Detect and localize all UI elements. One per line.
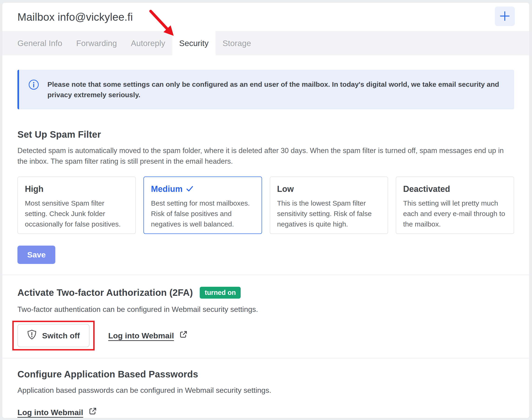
banner-text: Please note that some settings can only … [47,79,503,100]
spam-option-high[interactable]: High Most sensitive Spam filter setting.… [17,177,136,234]
two-factor-description: Two-factor authentication can be configu… [17,305,514,314]
tab-general-info[interactable]: General Info [11,31,69,55]
webmail-link-label: Log into Webmail [108,331,174,340]
spam-option-medium[interactable]: Medium Best setting for most mailboxes. … [144,177,262,234]
two-factor-heading: Activate Two-factor Authorization (2FA) [17,287,193,298]
external-link-icon [179,330,187,341]
external-link-icon [88,407,97,418]
tab-security[interactable]: Security [172,31,216,55]
spam-option-description: This is the lowest Spam filter sensitivi… [277,198,381,229]
app-passwords-description: Application based passwords can be confi… [17,386,514,395]
spam-option-title: Deactivated [403,184,507,194]
app-passwords-section: Configure Application Based Passwords Ap… [2,358,529,418]
tabbar: General Info Forwarding Autoreply Securi… [2,31,529,55]
app-passwords-heading: Configure Application Based Passwords [17,369,514,379]
save-button[interactable]: Save [17,246,55,264]
tab-autoreply[interactable]: Autoreply [124,31,172,55]
info-icon [28,79,39,91]
add-button[interactable] [495,6,515,26]
spam-filter-description: Detected spam is automatically moved to … [17,145,514,167]
tab-forwarding[interactable]: Forwarding [69,31,124,55]
webmail-link[interactable]: Log into Webmail [108,330,187,341]
page-title: Mailbox info@vickylee.fi [17,11,133,23]
security-tab-content: Please note that some settings can only … [2,70,529,418]
spam-filter-options: High Most sensitive Spam filter setting.… [17,177,514,234]
spam-option-low[interactable]: Low This is the lowest Spam filter sensi… [270,177,388,234]
plus-icon [500,11,510,22]
webmail-link[interactable]: Log into Webmail [17,407,97,418]
switch-off-label: Switch off [42,331,80,340]
webmail-link-label: Log into Webmail [17,408,83,417]
spam-option-description: Most sensitive Spam filter setting. Chec… [25,198,128,229]
check-icon [186,184,193,194]
spam-option-deactivated[interactable]: Deactivated This setting will let pretty… [396,177,514,234]
spam-filter-heading: Set Up Spam Filter [17,129,514,140]
spam-filter-section: Set Up Spam Filter Detected spam is auto… [2,129,529,264]
switch-off-wrap: Switch off [17,324,89,347]
spam-option-description: Best setting for most mailboxes. Risk of… [151,198,254,229]
switch-off-button[interactable]: Switch off [17,324,89,347]
mailbox-settings-card: Mailbox info@vickylee.fi General Info Fo… [2,3,529,418]
header: Mailbox info@vickylee.fi [2,3,529,31]
spam-option-title: Low [277,184,381,194]
tab-storage[interactable]: Storage [216,31,258,55]
status-badge: turned on [200,287,241,299]
two-factor-section: Activate Two-factor Authorization (2FA) … [2,275,529,347]
info-banner: Please note that some settings can only … [17,70,514,109]
spam-option-title: Medium [151,184,182,194]
spam-option-title: High [25,184,128,194]
shield-alert-icon [27,330,36,342]
spam-option-description: This setting will let pretty much each a… [403,198,507,229]
